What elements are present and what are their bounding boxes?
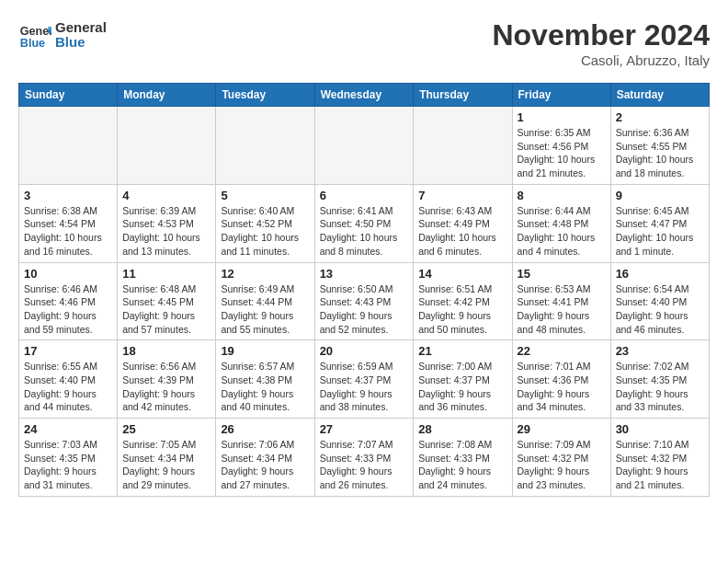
svg-text:Blue: Blue: [20, 37, 45, 50]
calendar-cell: 12Sunrise: 6:49 AM Sunset: 4:44 PM Dayli…: [216, 262, 314, 340]
header-friday: Friday: [512, 84, 610, 107]
header: General Blue General Blue November 2024 …: [18, 18, 710, 68]
calendar-cell: [118, 107, 216, 185]
logo-text-block: General Blue: [55, 20, 107, 51]
week-row-5: 24Sunrise: 7:03 AM Sunset: 4:35 PM Dayli…: [19, 419, 710, 497]
day-number: 25: [122, 422, 210, 436]
header-saturday: Saturday: [610, 84, 709, 107]
header-monday: Monday: [118, 84, 216, 107]
week-row-3: 10Sunrise: 6:46 AM Sunset: 4:46 PM Dayli…: [19, 262, 710, 340]
day-number: 22: [518, 344, 606, 358]
header-tuesday: Tuesday: [216, 84, 314, 107]
calendar-table: Sunday Monday Tuesday Wednesday Thursday…: [18, 83, 710, 497]
day-info: Sunrise: 6:41 AM Sunset: 4:50 PM Dayligh…: [320, 204, 409, 259]
day-info: Sunrise: 6:54 AM Sunset: 4:40 PM Dayligh…: [616, 282, 704, 337]
calendar-cell: 21Sunrise: 7:00 AM Sunset: 4:37 PM Dayli…: [414, 340, 512, 419]
day-number: 19: [221, 344, 309, 358]
logo-icon: General Blue: [18, 18, 51, 52]
calendar-cell: 27Sunrise: 7:07 AM Sunset: 4:33 PM Dayli…: [314, 419, 414, 497]
week-row-2: 3Sunrise: 6:38 AM Sunset: 4:54 PM Daylig…: [19, 184, 710, 262]
day-number: 2: [616, 110, 704, 124]
day-number: 1: [518, 110, 606, 124]
day-number: 13: [320, 267, 409, 281]
header-sunday: Sunday: [19, 84, 118, 107]
day-number: 5: [221, 189, 309, 202]
calendar-cell: 2Sunrise: 6:36 AM Sunset: 4:55 PM Daylig…: [610, 107, 709, 185]
day-number: 9: [616, 189, 704, 202]
day-number: 10: [24, 267, 112, 281]
day-number: 7: [418, 189, 506, 202]
day-info: Sunrise: 6:35 AM Sunset: 4:56 PM Dayligh…: [518, 126, 606, 180]
calendar-cell: 22Sunrise: 7:01 AM Sunset: 4:36 PM Dayli…: [512, 340, 610, 419]
day-info: Sunrise: 6:49 AM Sunset: 4:44 PM Dayligh…: [221, 282, 309, 337]
day-info: Sunrise: 7:06 AM Sunset: 4:34 PM Dayligh…: [221, 438, 309, 492]
calendar-cell: 26Sunrise: 7:06 AM Sunset: 4:34 PM Dayli…: [216, 419, 314, 497]
day-number: 18: [122, 344, 210, 358]
day-info: Sunrise: 6:36 AM Sunset: 4:55 PM Dayligh…: [616, 126, 704, 180]
weekday-header-row: Sunday Monday Tuesday Wednesday Thursday…: [19, 84, 710, 107]
day-info: Sunrise: 6:44 AM Sunset: 4:48 PM Dayligh…: [518, 204, 606, 259]
day-info: Sunrise: 6:57 AM Sunset: 4:38 PM Dayligh…: [221, 360, 309, 414]
calendar-cell: 7Sunrise: 6:43 AM Sunset: 4:49 PM Daylig…: [414, 184, 512, 262]
day-info: Sunrise: 6:45 AM Sunset: 4:47 PM Dayligh…: [616, 204, 704, 259]
day-number: 17: [24, 344, 112, 358]
calendar-cell: 30Sunrise: 7:10 AM Sunset: 4:32 PM Dayli…: [610, 419, 709, 497]
day-number: 8: [518, 189, 606, 202]
calendar-cell: 15Sunrise: 6:53 AM Sunset: 4:41 PM Dayli…: [512, 262, 610, 340]
day-number: 26: [221, 422, 309, 436]
day-number: 20: [320, 344, 409, 358]
calendar-cell: [216, 107, 314, 185]
calendar-cell: 20Sunrise: 6:59 AM Sunset: 4:37 PM Dayli…: [314, 340, 414, 419]
logo-blue: Blue: [55, 35, 107, 51]
month-title: November 2024: [492, 18, 710, 52]
day-info: Sunrise: 6:39 AM Sunset: 4:53 PM Dayligh…: [122, 204, 210, 259]
logo-general: General: [55, 20, 107, 36]
calendar-cell: 19Sunrise: 6:57 AM Sunset: 4:38 PM Dayli…: [216, 340, 314, 419]
calendar-cell: 14Sunrise: 6:51 AM Sunset: 4:42 PM Dayli…: [414, 262, 512, 340]
day-info: Sunrise: 6:51 AM Sunset: 4:42 PM Dayligh…: [418, 282, 506, 337]
day-number: 12: [221, 267, 309, 281]
calendar-cell: [314, 107, 414, 185]
day-info: Sunrise: 6:40 AM Sunset: 4:52 PM Dayligh…: [221, 204, 309, 259]
day-number: 28: [418, 422, 506, 436]
header-wednesday: Wednesday: [314, 84, 414, 107]
day-info: Sunrise: 7:07 AM Sunset: 4:33 PM Dayligh…: [320, 438, 409, 492]
day-info: Sunrise: 7:03 AM Sunset: 4:35 PM Dayligh…: [24, 438, 112, 492]
day-info: Sunrise: 6:48 AM Sunset: 4:45 PM Dayligh…: [122, 282, 210, 337]
day-info: Sunrise: 7:00 AM Sunset: 4:37 PM Dayligh…: [418, 360, 506, 414]
calendar-cell: [19, 107, 118, 185]
day-info: Sunrise: 6:53 AM Sunset: 4:41 PM Dayligh…: [518, 282, 606, 337]
day-info: Sunrise: 7:05 AM Sunset: 4:34 PM Dayligh…: [122, 438, 210, 492]
calendar-cell: [414, 107, 512, 185]
calendar-cell: 13Sunrise: 6:50 AM Sunset: 4:43 PM Dayli…: [314, 262, 414, 340]
calendar-cell: 18Sunrise: 6:56 AM Sunset: 4:39 PM Dayli…: [118, 340, 216, 419]
calendar-cell: 8Sunrise: 6:44 AM Sunset: 4:48 PM Daylig…: [512, 184, 610, 262]
day-number: 29: [518, 422, 606, 436]
day-info: Sunrise: 6:56 AM Sunset: 4:39 PM Dayligh…: [122, 360, 210, 414]
calendar-cell: 24Sunrise: 7:03 AM Sunset: 4:35 PM Dayli…: [19, 419, 118, 497]
calendar-cell: 10Sunrise: 6:46 AM Sunset: 4:46 PM Dayli…: [19, 262, 118, 340]
day-number: 15: [518, 267, 606, 281]
day-info: Sunrise: 7:10 AM Sunset: 4:32 PM Dayligh…: [616, 438, 704, 492]
day-info: Sunrise: 6:59 AM Sunset: 4:37 PM Dayligh…: [320, 360, 409, 414]
day-number: 21: [418, 344, 506, 358]
calendar-cell: 4Sunrise: 6:39 AM Sunset: 4:53 PM Daylig…: [118, 184, 216, 262]
day-number: 6: [320, 189, 409, 202]
day-info: Sunrise: 7:01 AM Sunset: 4:36 PM Dayligh…: [518, 360, 606, 414]
calendar-cell: 23Sunrise: 7:02 AM Sunset: 4:35 PM Dayli…: [610, 340, 709, 419]
header-thursday: Thursday: [414, 84, 512, 107]
day-number: 4: [122, 189, 210, 202]
week-row-1: 1Sunrise: 6:35 AM Sunset: 4:56 PM Daylig…: [19, 107, 710, 185]
title-block: November 2024 Casoli, Abruzzo, Italy: [492, 18, 710, 68]
logo: General Blue General Blue: [18, 18, 107, 52]
day-number: 11: [122, 267, 210, 281]
calendar-cell: 28Sunrise: 7:08 AM Sunset: 4:33 PM Dayli…: [414, 419, 512, 497]
day-info: Sunrise: 6:43 AM Sunset: 4:49 PM Dayligh…: [418, 204, 506, 259]
day-info: Sunrise: 6:38 AM Sunset: 4:54 PM Dayligh…: [24, 204, 112, 259]
day-number: 14: [418, 267, 506, 281]
day-info: Sunrise: 7:09 AM Sunset: 4:32 PM Dayligh…: [518, 438, 606, 492]
week-row-4: 17Sunrise: 6:55 AM Sunset: 4:40 PM Dayli…: [19, 340, 710, 419]
calendar-cell: 25Sunrise: 7:05 AM Sunset: 4:34 PM Dayli…: [118, 419, 216, 497]
page: General Blue General Blue November 2024 …: [0, 0, 728, 506]
day-number: 24: [24, 422, 112, 436]
